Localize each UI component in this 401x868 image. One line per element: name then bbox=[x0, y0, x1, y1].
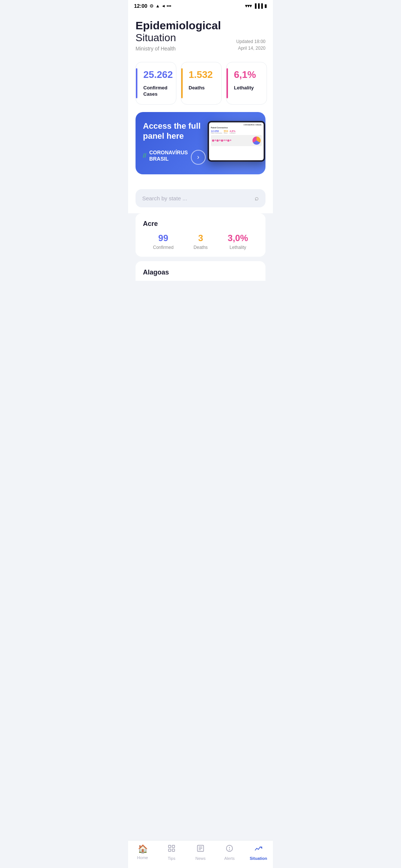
header: Epidemiological Situation Ministry of He… bbox=[136, 10, 265, 57]
acre-lethality-stat: 3,0% Lethality bbox=[228, 233, 248, 250]
acre-deaths-stat: 3 Deaths bbox=[193, 233, 208, 250]
search-container: Search by state ... ⌕ bbox=[128, 189, 273, 213]
updated-date: April 14, 2020 bbox=[236, 45, 265, 52]
acre-deaths-label: Deaths bbox=[193, 245, 208, 250]
confirmed-cases-number: 25.262 bbox=[143, 69, 170, 80]
acre-deaths-number: 3 bbox=[193, 233, 208, 243]
state-card-alagoas-partial[interactable]: Alagoas bbox=[136, 261, 265, 281]
acre-confirmed-label: Confirmed bbox=[153, 245, 173, 250]
banner-tablet-image: CORONAVÍRUS // BRASIL Painel Coronavirus… bbox=[206, 121, 265, 165]
location-icon: ◂ bbox=[162, 3, 164, 9]
wifi-icon: ▾▾▾ bbox=[245, 3, 252, 9]
deaths-number: 1.532 bbox=[189, 69, 215, 80]
status-bar: 12:00 ⊙ ▲ ◂ ••• ▾▾▾ ▐▐▐ ▮ bbox=[128, 0, 273, 10]
acre-confirmed-stat: 99 Confirmed bbox=[153, 233, 173, 250]
acre-confirmed-number: 99 bbox=[153, 233, 173, 243]
deaths-label: Deaths bbox=[189, 85, 215, 91]
battery-icon: ▮ bbox=[264, 3, 267, 9]
banner-headline: Access the full panel here bbox=[143, 121, 206, 141]
brand-name-line1: CORONAVÍRUS bbox=[149, 149, 188, 156]
last-updated: Updated 18:00 April 14, 2020 bbox=[236, 38, 265, 52]
full-panel-banner[interactable]: Access the full panel here // CORONAVÍRU… bbox=[136, 112, 265, 174]
state-name-alagoas: Alagoas bbox=[143, 269, 258, 276]
state-card-acre[interactable]: Acre 99 Confirmed 3 Deaths 3,0% Lethalit… bbox=[136, 213, 265, 257]
search-icon: ⌕ bbox=[255, 194, 259, 202]
brand-name-line2: BRASIL bbox=[149, 156, 188, 162]
upload-icon: ▲ bbox=[156, 3, 160, 9]
ministry-subtitle: Ministry of Health bbox=[136, 46, 221, 52]
brand-slash-green: // bbox=[143, 152, 146, 159]
lethality-card: 6,1% Lethality bbox=[226, 62, 267, 105]
signal-icon: ▐▐▐ bbox=[253, 3, 263, 9]
states-list: Acre 99 Confirmed 3 Deaths 3,0% Lethalit… bbox=[128, 213, 273, 281]
page-title-line2: Situation bbox=[136, 32, 221, 44]
search-box[interactable]: Search by state ... ⌕ bbox=[136, 189, 265, 207]
banner-arrow-button[interactable]: › bbox=[191, 150, 206, 165]
deaths-card: 1.532 Deaths bbox=[181, 62, 222, 105]
page-title-line1: Epidemiological bbox=[136, 19, 221, 32]
lethality-number: 6,1% bbox=[234, 69, 261, 80]
instagram-icon: ⊙ bbox=[150, 3, 153, 9]
status-time: 12:00 bbox=[134, 3, 147, 9]
confirmed-cases-label: Confirmed Cases bbox=[143, 85, 170, 98]
pie-chart bbox=[252, 137, 261, 145]
confirmed-cases-card: 25.262 Confirmed Cases bbox=[136, 62, 176, 105]
acre-lethality-label: Lethality bbox=[228, 245, 248, 250]
state-name-acre: Acre bbox=[143, 220, 258, 228]
more-icon: ••• bbox=[167, 3, 172, 9]
acre-lethality-number: 3,0% bbox=[228, 233, 248, 243]
stats-row: 25.262 Confirmed Cases 1.532 Deaths 6,1%… bbox=[136, 57, 265, 112]
search-input[interactable]: Search by state ... bbox=[142, 195, 255, 201]
lethality-label: Lethality bbox=[234, 85, 261, 91]
updated-label: Updated 18:00 bbox=[236, 38, 265, 45]
